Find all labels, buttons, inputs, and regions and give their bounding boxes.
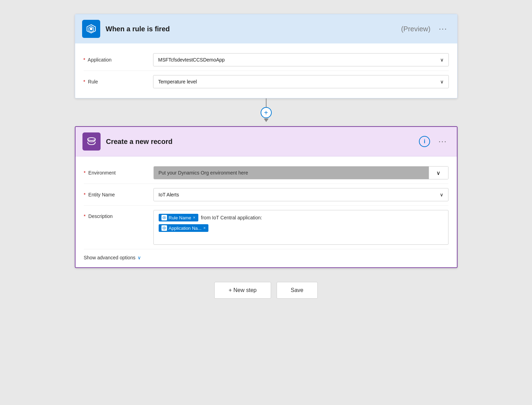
trigger-title: When a rule is fired bbox=[106, 25, 393, 33]
plus-icon: + bbox=[264, 109, 268, 117]
rule-dropdown[interactable]: Temperature level ∨ bbox=[153, 75, 449, 88]
application-chevron-icon: ∨ bbox=[440, 57, 444, 63]
description-row-1: Rule Name × from IoT Central application… bbox=[159, 214, 443, 221]
trigger-header: When a rule is fired (Preview) ··· bbox=[75, 14, 457, 43]
application-dropdown[interactable]: MSFTcfsdevtestCCSDemoApp ∨ bbox=[153, 53, 449, 66]
advanced-options-toggle[interactable]: Show advanced options ∨ bbox=[84, 249, 448, 262]
svg-point-2 bbox=[90, 27, 93, 30]
entity-name-field-row: * Entity Name IoT Alerts ∨ bbox=[84, 184, 448, 206]
advanced-options-chevron-icon: ∨ bbox=[137, 255, 141, 260]
application-field-row: * Application MSFTcfsdevtestCCSDemoApp ∨ bbox=[84, 49, 449, 71]
description-row-2: Application Na... × bbox=[159, 224, 443, 232]
svg-point-5 bbox=[164, 217, 165, 218]
application-value: MSFTcfsdevtestCCSDemoApp bbox=[158, 57, 225, 63]
action-icon bbox=[82, 132, 101, 151]
entity-name-label: * Entity Name bbox=[84, 192, 153, 197]
action-info-button[interactable]: i bbox=[419, 136, 430, 147]
environment-placeholder: Put your Dynamics Org environment here bbox=[154, 167, 429, 179]
description-field[interactable]: Rule Name × from IoT Central application… bbox=[153, 210, 448, 245]
description-label: * Description bbox=[84, 210, 153, 219]
description-between-text: from IoT Central application: bbox=[201, 215, 262, 220]
environment-dropdown[interactable]: Put your Dynamics Org environment here ∨ bbox=[153, 166, 448, 179]
add-step-button[interactable]: + bbox=[261, 107, 272, 118]
connector-arrow bbox=[264, 119, 269, 122]
rule-label: * Rule bbox=[84, 79, 153, 84]
application-label: * Application bbox=[84, 57, 153, 63]
description-field-row: * Description Rule Name bbox=[84, 206, 448, 249]
entity-name-value: IoT Alerts bbox=[159, 192, 179, 197]
rule-chevron-icon: ∨ bbox=[440, 79, 444, 84]
environment-label: * Environment bbox=[84, 170, 153, 176]
trigger-preview-label: (Preview) bbox=[401, 25, 430, 33]
app-name-tag-close[interactable]: × bbox=[203, 226, 206, 230]
svg-point-7 bbox=[164, 228, 165, 229]
action-header: Create a new record i ··· bbox=[76, 127, 457, 156]
advanced-options-label: Show advanced options bbox=[84, 255, 136, 260]
step-connector: + bbox=[261, 98, 272, 126]
trigger-body: * Application MSFTcfsdevtestCCSDemoApp ∨… bbox=[75, 43, 457, 98]
action-more-options-button[interactable]: ··· bbox=[436, 136, 450, 147]
app-name-tag[interactable]: Application Na... × bbox=[159, 224, 209, 232]
action-title: Create a new record bbox=[106, 138, 414, 146]
main-canvas: When a rule is fired (Preview) ··· * App… bbox=[75, 14, 458, 299]
connector-line-top bbox=[266, 98, 267, 107]
rule-name-tag-close[interactable]: × bbox=[193, 215, 196, 220]
entity-name-chevron-icon: ∨ bbox=[440, 192, 443, 197]
bottom-buttons: + New step Save bbox=[214, 282, 318, 299]
action-card: Create a new record i ··· * Environment … bbox=[75, 126, 458, 268]
rule-value: Temperature level bbox=[158, 79, 197, 84]
trigger-more-options-button[interactable]: ··· bbox=[436, 23, 450, 35]
svg-point-3 bbox=[88, 138, 95, 140]
rule-required-star: * bbox=[84, 79, 85, 84]
save-button[interactable]: Save bbox=[277, 282, 318, 299]
rule-name-tag[interactable]: Rule Name × bbox=[159, 214, 198, 221]
app-name-tag-icon bbox=[161, 225, 167, 231]
app-name-tag-label: Application Na... bbox=[169, 226, 202, 231]
description-required-star: * bbox=[84, 213, 86, 219]
environment-chevron-icon[interactable]: ∨ bbox=[429, 167, 448, 179]
application-required-star: * bbox=[84, 57, 85, 63]
environment-field-row: * Environment Put your Dynamics Org envi… bbox=[84, 162, 448, 184]
rule-name-tag-label: Rule Name bbox=[169, 215, 191, 220]
entity-name-dropdown[interactable]: IoT Alerts ∨ bbox=[153, 188, 448, 201]
rule-field-row: * Rule Temperature level ∨ bbox=[84, 71, 449, 92]
entity-name-required-star: * bbox=[84, 192, 86, 197]
action-body: * Environment Put your Dynamics Org envi… bbox=[76, 156, 457, 267]
environment-required-star: * bbox=[84, 170, 86, 176]
trigger-icon bbox=[82, 20, 100, 38]
new-step-button[interactable]: + New step bbox=[214, 282, 271, 299]
trigger-card: When a rule is fired (Preview) ··· * App… bbox=[75, 14, 458, 98]
rule-name-tag-icon bbox=[161, 215, 167, 220]
